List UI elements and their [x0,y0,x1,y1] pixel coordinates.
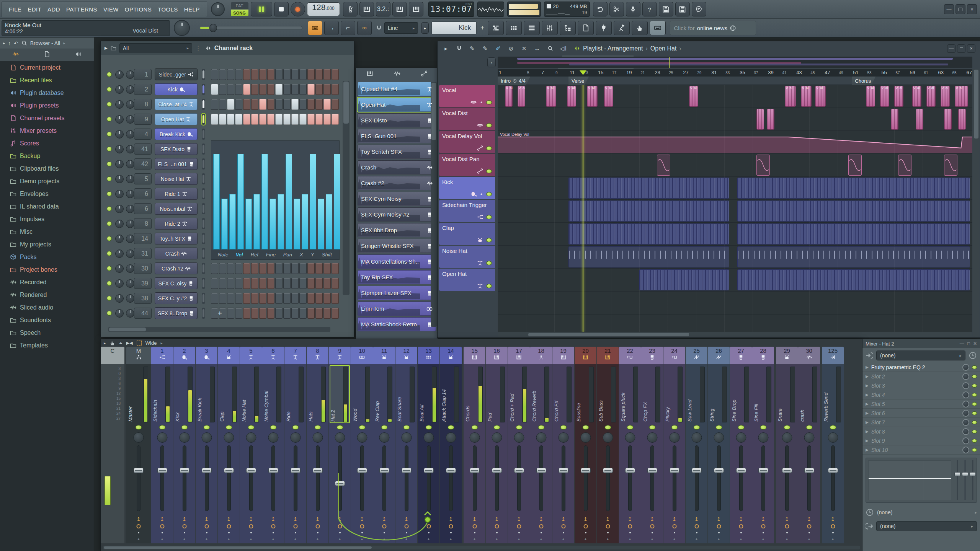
strip-scroll-up-icon[interactable]: ▲ [249,537,253,541]
picker-item-ma-constellations-sh-[interactable]: MA Constellations Sh.. [358,254,436,269]
zoom-tool-icon[interactable] [546,44,555,53]
strip-header[interactable]: 19 [552,347,574,364]
strip-pan-knob[interactable] [782,432,792,443]
channel-button-sfx-c-oisy[interactable]: SFX C..oisy [155,277,198,289]
menu-options[interactable]: OPTIONS [122,6,155,13]
step-16[interactable] [332,69,339,80]
step-4[interactable] [235,99,242,110]
picker-item-sfx-disto[interactable]: SFX Disto [358,113,436,127]
strip-fader-cap[interactable] [714,468,724,473]
fx-slot-slot-5[interactable]: ▶Slot 5 [862,399,980,409]
strip-fader[interactable] [831,445,835,511]
strip-mute-led[interactable] [314,425,321,430]
strip-send-knob[interactable] [672,524,676,528]
fx-slot-slot-3[interactable]: ▶Slot 3 [862,381,980,390]
strip-fader[interactable] [183,445,186,511]
slide-tool-icon[interactable]: ↔ [532,44,542,53]
mixer-hscrollbar[interactable] [103,546,860,549]
channel-button-open-hat[interactable]: Open Hat [155,113,198,125]
strip-route-icon[interactable]: ↥ [472,517,477,522]
mixer-strip-noise-cymbal[interactable]: 6Noise Cymbal↥▲ [262,347,284,543]
step-1[interactable] [211,99,218,110]
audio-clip[interactable]: V..al [880,86,889,107]
playlist-vscrollbar[interactable] [973,69,979,337]
channel-volume-knob[interactable] [126,220,134,228]
channel-led[interactable] [107,236,112,241]
slot-expand-icon[interactable]: ▶ [866,448,869,452]
velocity-bar[interactable] [318,199,324,249]
strip-mute-led[interactable] [538,425,544,430]
browser-item-rendered[interactable]: Rendered [0,289,94,301]
audio-clip[interactable] [756,109,764,130]
step-14[interactable] [315,114,323,125]
strip-pan-knob[interactable] [536,432,546,443]
strip-route-icon[interactable]: ↥ [761,517,765,522]
strip-fader-cap[interactable] [402,468,412,473]
channel-number[interactable]: 2 [134,84,152,95]
fx-restore-button[interactable]: □ [967,341,970,346]
strip-send-knob[interactable] [583,524,588,528]
step-15[interactable] [323,278,331,289]
channel-button-sfx-disto[interactable]: SFX Disto [155,143,198,155]
channel-led[interactable] [107,176,112,181]
automation-mini-clip[interactable] [657,155,670,176]
channel-mute-pill[interactable] [202,188,205,199]
playlist-track-vocal-dist[interactable]: Vocal Dist [439,108,495,130]
strip-header[interactable]: 12 [395,347,417,364]
wait-input-button[interactable] [359,2,374,16]
channel-volume-knob[interactable] [126,130,134,139]
channel-volume-knob[interactable] [126,70,134,79]
strip-header[interactable]: 3 [196,347,217,364]
step-7[interactable] [259,263,266,274]
channel-led[interactable] [107,191,112,196]
strip-scroll-up-icon[interactable]: ▲ [294,537,297,541]
track-mute-led[interactable] [486,215,492,219]
playlist-track-noise-hat[interactable]: Noise Hat [439,246,495,268]
channel-button-sfx-c-y-2[interactable]: SFX C..y #2 [155,292,198,304]
minimize-button[interactable]: — [944,4,954,14]
step-9[interactable] [275,278,283,289]
strip-fader-cap[interactable] [670,468,679,473]
strip-header[interactable]: 27 [730,347,752,364]
channel-mute-pill[interactable] [202,278,205,289]
graph-tab-x[interactable]: X [296,252,307,258]
mixer-strip-chord-fx[interactable]: 19Chord FX↥▲ [552,347,574,543]
strip-header[interactable]: 7 [284,347,306,364]
strip-header[interactable]: 25 [686,347,707,364]
strip-scroll-up-icon[interactable]: ▲ [650,537,654,541]
mixer-button[interactable] [542,21,558,35]
add-pattern-button[interactable]: + [480,24,485,32]
channel-pan-knob[interactable] [115,294,124,303]
plugin-picker-button[interactable] [596,21,612,35]
detach-icon[interactable] [574,45,580,52]
strip-route-icon[interactable]: ↥ [204,517,209,522]
pattern-clip[interactable] [568,178,729,199]
channel-button-nois-mbal[interactable]: Nois..mbal [155,203,198,215]
browser-item-mixer-presets[interactable]: Mixer presets [0,124,94,137]
step-14[interactable] [315,69,323,80]
step-11[interactable] [291,99,299,110]
channel-pan-knob[interactable] [115,190,124,198]
strip-pan-knob[interactable] [224,432,234,443]
strip-route-icon[interactable]: ↥ [426,517,431,522]
pat-mode-button[interactable]: PAT [231,2,248,9]
channel-button-break-kick[interactable]: Break Kick [155,128,198,140]
strip-route-icon[interactable]: ↥ [360,517,364,522]
channel-number[interactable]: 14 [134,233,152,244]
mixer-strip-chop-fx[interactable]: 23Chop FX↥▲ [641,347,663,543]
slot-mix-knob[interactable] [962,410,969,417]
pattern-clip[interactable] [568,223,729,245]
strip-fader-cap[interactable] [291,468,301,473]
track-mute-led[interactable] [486,123,492,127]
channel-button-crash-2[interactable]: Crash #2 [155,262,198,274]
strip-fader[interactable] [673,445,676,511]
audio-clip[interactable]: V..al [926,86,936,107]
step-6[interactable] [251,114,258,125]
channel-number[interactable]: 31 [134,248,152,259]
channel-button-toy-h-sfx[interactable]: Toy..h SFX [155,233,198,245]
step-16[interactable] [332,278,339,289]
picker-item-sfx-cym-noisy-2[interactable]: SFX Cym Noisy #2 [358,207,436,222]
strip-fader[interactable] [717,445,721,511]
channel-number[interactable]: 8 [134,218,152,229]
slot-enable-led[interactable] [972,411,977,415]
